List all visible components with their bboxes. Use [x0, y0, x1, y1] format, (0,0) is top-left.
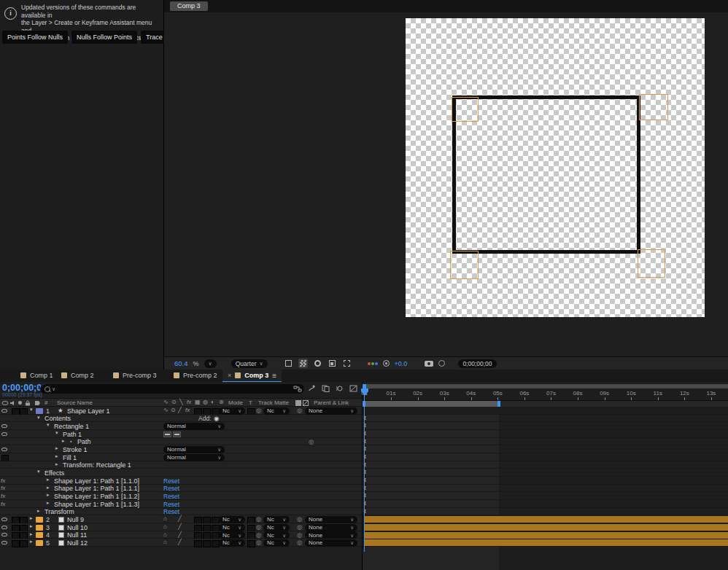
expander-chevron-icon[interactable]: ▸	[55, 453, 58, 459]
row-group-effects[interactable]: ▾Effects	[0, 469, 362, 477]
row-prop-path[interactable]: ▸◔Path◎	[0, 438, 362, 446]
null-outline-bottom-left[interactable]	[450, 251, 479, 279]
parent-pickwhip-icon[interactable]: ◎	[297, 523, 302, 531]
row-layer-null-9[interactable]: ▸2Null 9⌂╱Nc∨◎Nc∨◎None∨	[0, 515, 362, 523]
collapse-switch-icon[interactable]: ⊙	[171, 399, 177, 405]
lane-prop-path[interactable]: I	[363, 438, 728, 446]
mask-visibility-icon[interactable]	[313, 359, 322, 368]
label-color-swatch[interactable]	[36, 525, 43, 531]
expander-chevron-icon[interactable]: ▸	[30, 531, 33, 537]
null-outline-bottom-right[interactable]	[638, 249, 665, 278]
audio-column-icon[interactable]	[9, 400, 16, 406]
fx-toggle-icon[interactable]: fx	[185, 407, 190, 413]
track-matte-icon[interactable]: ◎	[256, 407, 261, 414]
row-layer-null-12[interactable]: ▸5Null 12⌂╱Nc∨◎Nc∨◎None∨	[0, 539, 362, 547]
row-group-path-1[interactable]: ▾Path 1	[0, 430, 362, 438]
null-outline-top-left[interactable]	[452, 97, 479, 122]
expander-chevron-icon[interactable]: ▸	[30, 515, 33, 521]
region-of-interest-icon[interactable]	[284, 359, 293, 368]
label-color-swatch[interactable]	[36, 532, 43, 538]
row-layer-null-10[interactable]: ▸3Null 10⌂╱Nc∨◎Nc∨◎None∨	[0, 523, 362, 531]
audio-toggle[interactable]	[12, 540, 20, 547]
transparency-grid-icon[interactable]	[298, 359, 308, 368]
label-color-swatch[interactable]	[36, 408, 43, 414]
panel-menu-icon[interactable]: ≡	[272, 372, 276, 380]
parent-link-dropdown[interactable]: None∨	[305, 524, 357, 531]
track-matte-dropdown[interactable]: Nc∨	[263, 524, 290, 531]
eye-icon[interactable]	[1, 526, 7, 529]
row-layer-shape-layer-1[interactable]: ▾1★Shape Layer 1∿⊙╱fxNc∨◎Nc∨◎None∨	[0, 407, 362, 415]
path-expression-icon[interactable]	[163, 432, 171, 437]
blend-mode-dropdown[interactable]: Normal∨	[163, 446, 225, 453]
row-group-rectangle-1[interactable]: ▾Rectangle 1Normal∨	[0, 422, 362, 430]
row-effect-path-112[interactable]: fx▸Shape Layer 1: Path 1 [1.1.2]Reset	[0, 492, 362, 500]
keyframe-icon[interactable]	[303, 400, 309, 406]
search-input[interactable]: ∨	[40, 384, 304, 394]
track-matte-dropdown[interactable]: Nc∨	[263, 407, 290, 415]
mode-column-label[interactable]: Mode	[228, 399, 243, 406]
null-duration-bar[interactable]	[364, 524, 728, 531]
row-group-transform-rectangle-1[interactable]: ▸Transform: Rectangle 1	[0, 461, 362, 469]
fx-switch-icon[interactable]: fx	[187, 399, 191, 405]
lane-group-fill-1[interactable]: I	[363, 453, 728, 461]
mode-dropdown[interactable]: Nc∨	[219, 531, 245, 539]
time-ruler[interactable]: 0s01s02s03s04s05s06s07s08s09s10s11s12s13…	[363, 389, 728, 401]
work-area-bar[interactable]	[364, 401, 499, 407]
zoom-dropdown[interactable]: ∨	[204, 359, 217, 368]
collapse-toggle-icon[interactable]: ⊙	[171, 407, 176, 413]
reset-link[interactable]: Reset	[163, 508, 179, 515]
expander-chevron-icon[interactable]: ▸	[55, 445, 58, 451]
lane-group-stroke-1[interactable]: I	[363, 445, 728, 453]
preserve-transparency-toggle[interactable]	[247, 540, 255, 547]
lane-group-contents[interactable]: I	[363, 415, 728, 423]
snapshot-icon[interactable]	[425, 361, 433, 367]
motion-blur-switch-icon[interactable]: ◍	[203, 399, 208, 405]
parent-link-dropdown[interactable]: None∨	[305, 539, 357, 547]
quality-toggle-icon[interactable]: ╱	[178, 531, 182, 538]
playhead-line[interactable]	[364, 389, 365, 552]
eye-icon[interactable]	[1, 409, 7, 413]
reset-link[interactable]: Reset	[163, 485, 179, 492]
quality-switch-icon[interactable]: ╲	[179, 399, 183, 405]
parent-link-dropdown[interactable]: None∨	[305, 407, 357, 415]
3d-switch-icon[interactable]: ⊛	[219, 399, 224, 405]
label-color-swatch[interactable]	[36, 540, 43, 546]
parent-pickwhip-icon[interactable]: ◎	[297, 407, 302, 414]
row-layer-null-11[interactable]: ▸4Null 11⌂╱Nc∨◎Nc∨◎None∨	[0, 531, 362, 539]
expander-chevron-icon[interactable]: ▾	[30, 407, 33, 413]
work-area-end-handle[interactable]	[497, 401, 500, 407]
reset-link[interactable]: Reset	[163, 477, 179, 485]
eye-icon[interactable]	[1, 533, 7, 536]
track-matte-icon[interactable]: ◎	[256, 539, 261, 546]
row-group-transform[interactable]: ▸TransformReset	[0, 508, 362, 516]
pixel-aspect-icon[interactable]	[342, 359, 352, 368]
expander-chevron-icon[interactable]: ▾	[37, 469, 40, 475]
expander-chevron-icon[interactable]: ▸	[47, 500, 50, 506]
track-matte-dropdown[interactable]: Nc∨	[263, 531, 290, 539]
expander-chevron-icon[interactable]: ▸	[47, 477, 50, 483]
stopwatch-icon[interactable]: ◔	[69, 438, 72, 445]
t-column-label[interactable]: T	[249, 399, 252, 406]
reset-link[interactable]: Reset	[163, 493, 179, 500]
row-effect-path-111[interactable]: fx▸Shape Layer 1: Path 1 [1.1.1]Reset	[0, 485, 362, 493]
composition-canvas[interactable]	[406, 18, 705, 317]
lane-layer-null-12[interactable]	[363, 539, 728, 547]
parent-link-column-label[interactable]: Parent & Link	[314, 399, 349, 406]
row-group-contents[interactable]: ▾ContentsAdd:◉	[0, 415, 362, 423]
viewer-tab-comp-3[interactable]: Comp 3	[170, 1, 208, 11]
switch-box[interactable]	[194, 540, 202, 547]
eye-icon[interactable]	[1, 424, 7, 428]
channel-icon[interactable]	[368, 362, 378, 365]
shape-rectangle-outline[interactable]	[452, 95, 640, 254]
add-menu-icon[interactable]: ◉	[214, 415, 219, 422]
parent-pickwhip-icon[interactable]: ◎	[297, 531, 302, 539]
solo-toggle[interactable]	[20, 540, 28, 547]
mode-dropdown[interactable]: Nc∨	[219, 407, 245, 415]
label-color-swatch[interactable]	[36, 517, 43, 523]
eye-icon[interactable]	[1, 432, 7, 436]
parent-pickwhip-icon[interactable]: ◎	[297, 515, 302, 523]
lane-layer-null-11[interactable]	[363, 531, 728, 539]
mini-flowchart-icon[interactable]	[293, 385, 302, 392]
mode-dropdown[interactable]: Nc∨	[219, 524, 245, 531]
expander-chevron-icon[interactable]: ▸	[55, 461, 58, 467]
